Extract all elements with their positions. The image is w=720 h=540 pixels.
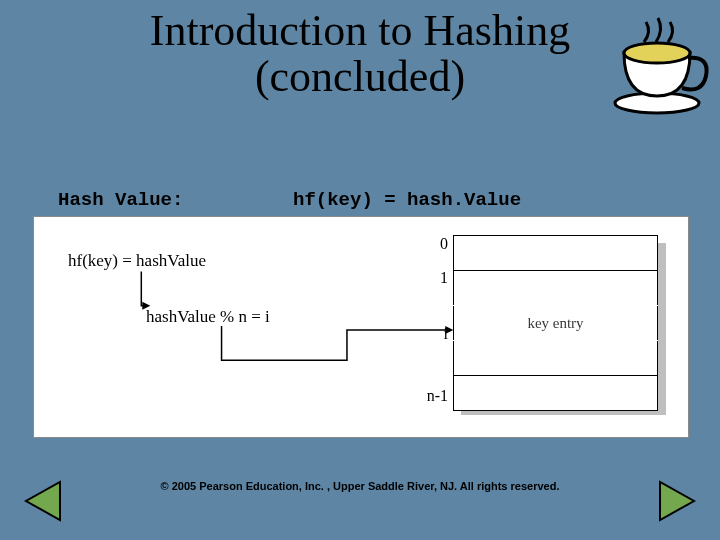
arrow-left-icon [20, 478, 66, 524]
svg-marker-4 [26, 482, 60, 520]
table-cell-1 [454, 271, 658, 306]
arrow-right-icon [654, 478, 700, 524]
figure-hf-text: hf(key) = hashValue [68, 251, 206, 271]
hash-table-drawing: key entry [453, 235, 658, 411]
table-cell-i: key entry [454, 306, 658, 341]
svg-point-1 [624, 43, 690, 63]
figure-panel: hf(key) = hashValue hashValue % n = i 0 … [33, 216, 689, 438]
table-cell-0 [454, 236, 658, 271]
teacup-icon [602, 8, 712, 118]
hash-value-label: Hash Value: [58, 189, 293, 211]
figure-mod-text: hashValue % n = i [146, 307, 270, 327]
row-label-1: 1 [418, 269, 448, 287]
next-slide-button[interactable] [654, 478, 700, 524]
table-cell-pre-n-1 [454, 341, 658, 376]
row-label-i: i [418, 325, 448, 343]
table-cell-n-1 [454, 376, 658, 411]
svg-marker-5 [660, 482, 694, 520]
row-label-0: 0 [418, 235, 448, 253]
key-entry-label: key entry [527, 315, 583, 331]
row-label-n-1: n-1 [418, 387, 448, 405]
hash-value-expression: hf(key) = hash.Value [293, 189, 521, 211]
previous-slide-button[interactable] [20, 478, 66, 524]
copyright-text: © 2005 Pearson Education, Inc. , Upper S… [0, 480, 720, 492]
title-line-2: (concluded) [255, 52, 465, 101]
title-line-1: Introduction to Hashing [150, 6, 570, 55]
